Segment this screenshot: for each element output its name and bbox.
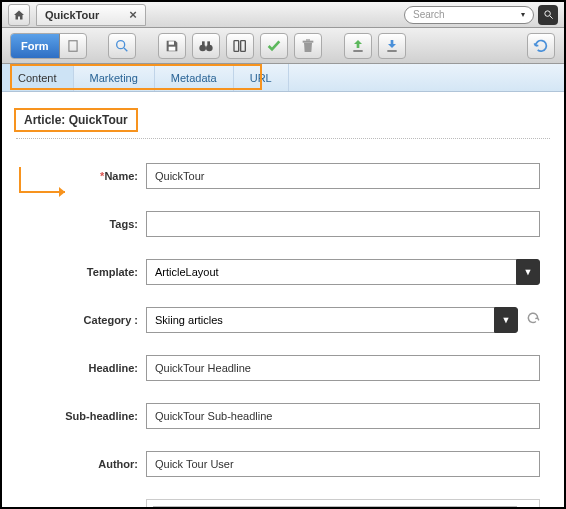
upload-button[interactable]: [344, 33, 372, 59]
page-icon: [66, 39, 80, 53]
svg-rect-15: [353, 50, 362, 52]
field-row-headline: Headline:: [56, 355, 540, 381]
search-dropdown-caret[interactable]: ▾: [521, 10, 525, 19]
form-view-button[interactable]: Form: [11, 34, 60, 58]
content-panel: Article: QuickTour *Name: Tags: Template…: [2, 92, 564, 509]
search-icon: [543, 9, 554, 20]
magnifier-icon: [114, 38, 130, 54]
svg-rect-16: [387, 50, 396, 52]
headline-label: Headline:: [56, 362, 146, 374]
check-icon: [266, 38, 282, 54]
template-label: Template:: [56, 266, 146, 278]
svg-rect-11: [234, 40, 239, 51]
save-button[interactable]: [158, 33, 186, 59]
tab-metadata[interactable]: Metadata: [155, 64, 234, 91]
mainimage-field: Rainbow Goggles ▤ ×: [146, 499, 540, 509]
svg-rect-10: [207, 41, 210, 45]
delete-button[interactable]: [294, 33, 322, 59]
svg-point-8: [206, 44, 213, 51]
field-row-author: Author:: [56, 451, 540, 477]
svg-rect-9: [202, 41, 205, 45]
binoculars-button[interactable]: [192, 33, 220, 59]
tab-url[interactable]: URL: [234, 64, 289, 91]
refresh-icon: [533, 38, 549, 54]
svg-rect-12: [240, 40, 245, 51]
svg-rect-14: [306, 39, 310, 40]
mainimage-label: Main Image:: [56, 499, 146, 509]
title-bar: QuickTour × Search ▾: [2, 2, 564, 28]
field-row-mainimage: Main Image: Rainbow Goggles ▤ ×: [56, 499, 540, 509]
search-input[interactable]: Search ▾: [404, 6, 534, 24]
main-toolbar: Form: [2, 28, 564, 64]
svg-point-7: [199, 44, 206, 51]
approve-button[interactable]: [260, 33, 288, 59]
devices-icon: [232, 38, 248, 54]
tags-input[interactable]: [146, 211, 540, 237]
tab-title: QuickTour: [45, 9, 99, 21]
svg-rect-6: [168, 46, 175, 50]
section-tabs: Content Marketing Metadata URL: [2, 64, 564, 92]
article-heading: Article: QuickTour: [14, 108, 138, 132]
name-input[interactable]: [146, 163, 540, 189]
tab-close-button[interactable]: ×: [129, 7, 137, 22]
headline-input[interactable]: [146, 355, 540, 381]
svg-point-0: [544, 11, 550, 17]
subheadline-label: Sub-headline:: [56, 410, 146, 422]
subheadline-input[interactable]: [146, 403, 540, 429]
svg-line-1: [549, 16, 552, 19]
refresh-button[interactable]: [527, 33, 555, 59]
home-button[interactable]: [8, 4, 30, 26]
template-select[interactable]: ArticleLayout: [146, 259, 516, 285]
alt-view-button[interactable]: [60, 34, 86, 58]
field-row-name: *Name:: [56, 163, 540, 189]
form-body: *Name: Tags: Template: ArticleLayout ▼ C…: [16, 163, 550, 509]
svg-rect-13: [302, 40, 313, 42]
field-row-subheadline: Sub-headline:: [56, 403, 540, 429]
author-input[interactable]: [146, 451, 540, 477]
field-row-category: Category : Skiing articles ▼: [56, 307, 540, 333]
svg-line-4: [124, 48, 127, 51]
svg-rect-2: [68, 40, 76, 51]
download-icon: [384, 38, 400, 54]
category-select[interactable]: Skiing articles: [146, 307, 494, 333]
author-label: Author:: [56, 458, 146, 470]
download-button[interactable]: [378, 33, 406, 59]
binoculars-icon: [198, 38, 214, 54]
tab-content[interactable]: Content: [2, 64, 74, 91]
document-tab[interactable]: QuickTour ×: [36, 4, 146, 26]
template-dropdown-button[interactable]: ▼: [516, 259, 540, 285]
trash-icon: [300, 38, 316, 54]
search-button[interactable]: [538, 5, 558, 25]
inspect-button[interactable]: [108, 33, 136, 59]
home-icon: [13, 9, 25, 21]
category-label: Category :: [56, 314, 146, 326]
chevron-down-icon: ▼: [502, 315, 511, 325]
view-mode-group: Form: [10, 33, 87, 59]
search-placeholder: Search: [413, 9, 445, 20]
name-label: *Name:: [56, 170, 146, 182]
field-row-template: Template: ArticleLayout ▼: [56, 259, 540, 285]
upload-icon: [350, 38, 366, 54]
mobile-preview-button[interactable]: [226, 33, 254, 59]
tab-marketing[interactable]: Marketing: [74, 64, 155, 91]
tags-label: Tags:: [56, 218, 146, 230]
category-dropdown-button[interactable]: ▼: [494, 307, 518, 333]
field-row-tags: Tags:: [56, 211, 540, 237]
sync-icon: [526, 311, 540, 325]
save-icon: [164, 38, 180, 54]
svg-rect-5: [168, 41, 173, 44]
svg-point-3: [116, 40, 124, 48]
chevron-down-icon: ▼: [524, 267, 533, 277]
category-refresh-button[interactable]: [526, 311, 540, 329]
divider: [16, 138, 550, 139]
